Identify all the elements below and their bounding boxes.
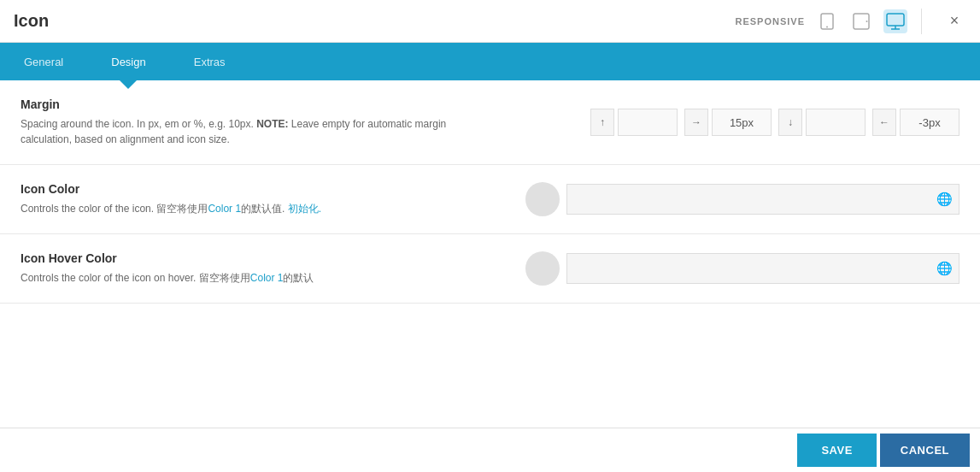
hover-color1-link[interactable]: Color 1 [250,272,284,284]
margin-top-group: ↑ [590,109,678,136]
icon-hover-color-section: Icon Hover Color Controls the color of t… [0,234,980,304]
save-button[interactable]: SAVE [797,434,876,467]
desktop-device-icon[interactable] [883,9,907,33]
margin-right-input[interactable] [712,109,772,136]
icon-color-section: Icon Color Controls the color of the ico… [0,165,980,234]
cancel-button[interactable]: CANCEL [880,434,970,467]
tab-design[interactable]: Design [87,43,169,80]
color1-link[interactable]: Color 1 [208,203,241,215]
icon-color-left: Icon Color Controls the color of the ico… [21,182,465,216]
margin-description: Spacing around the icon. In px, em or %,… [21,116,465,147]
reset-link[interactable]: 初始化. [288,203,321,215]
margin-left: Margin Spacing around the icon. In px, e… [21,97,465,147]
dialog-title: Icon [14,11,49,31]
margin-row: Margin Spacing around the icon. In px, e… [21,97,959,147]
globe-icon: 🌐 [936,192,953,207]
tablet-device-icon[interactable] [849,9,873,33]
divider [921,9,922,34]
dialog-footer: SAVE CANCEL [0,428,980,472]
icon-color-input[interactable] [566,184,959,215]
margin-left-input[interactable] [900,109,959,136]
tab-general[interactable]: General [0,43,87,80]
icon-color-controls: 🌐 [525,182,959,216]
svg-point-1 [826,26,828,27]
icon-hover-color-swatch[interactable] [525,251,560,286]
margin-left-group: ← [872,109,959,136]
margin-controls: ↑ → ↓ ← [590,109,959,136]
tabs-bar: General Design Extras [0,43,980,80]
margin-right-arrow[interactable]: → [684,109,708,136]
mobile-device-icon[interactable] [815,9,839,33]
close-button[interactable]: × [942,9,966,33]
title-bar-actions: RESPONSIVE × [735,9,966,34]
icon-hover-color-left: Icon Hover Color Controls the color of t… [21,251,465,286]
icon-hover-color-row: Icon Hover Color Controls the color of t… [21,251,959,286]
margin-bottom-input[interactable] [806,109,866,136]
icon-hover-color-controls: 🌐 [525,251,959,286]
icon-color-description: Controls the color of the icon. 留空将使用Col… [21,201,465,216]
main-content: Margin Spacing around the icon. In px, e… [0,80,980,428]
margin-title: Margin [21,97,465,111]
icon-color-title: Icon Color [21,182,465,196]
margin-section: Margin Spacing around the icon. In px, e… [0,80,980,165]
icon-color-input-wrap: 🌐 [566,184,959,215]
svg-rect-4 [887,14,904,26]
icon-hover-color-title: Icon Hover Color [21,251,465,265]
margin-top-arrow[interactable]: ↑ [590,109,614,136]
margin-top-input[interactable] [618,109,678,136]
icon-hover-color-description: Controls the color of the icon on hover.… [21,270,465,286]
responsive-label: RESPONSIVE [735,16,805,27]
icon-hover-color-input-wrap: 🌐 [566,253,959,284]
margin-left-arrow[interactable]: ← [872,109,896,136]
icon-hover-color-input[interactable] [566,253,959,284]
hover-globe-icon: 🌐 [936,261,953,276]
margin-bottom-arrow[interactable]: ↓ [778,109,802,136]
margin-bottom-group: ↓ [778,109,866,136]
margin-right-group: → [684,109,772,136]
icon-color-swatch[interactable] [525,182,560,216]
tab-extras[interactable]: Extras [170,43,249,80]
title-bar: Icon RESPONSIVE × [0,0,980,43]
svg-point-3 [866,21,868,22]
icon-color-row: Icon Color Controls the color of the ico… [21,182,959,216]
